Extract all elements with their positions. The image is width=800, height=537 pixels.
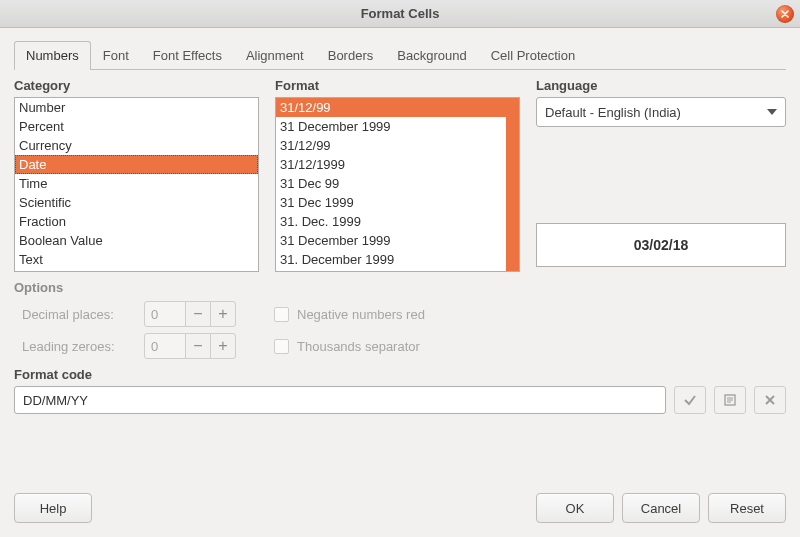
title-bar: Format Cells	[0, 0, 800, 28]
tab-borders[interactable]: Borders	[316, 41, 386, 70]
leading-zeroes-input	[144, 333, 186, 359]
close-icon[interactable]	[776, 5, 794, 23]
tab-cell-protection[interactable]: Cell Protection	[479, 41, 588, 70]
preview-box: 03/02/18	[536, 223, 786, 267]
list-item[interactable]: 31 Dec 99	[276, 174, 506, 193]
list-item[interactable]: Fraction	[15, 212, 258, 231]
plus-icon: +	[210, 301, 236, 327]
options-heading: Options	[14, 280, 786, 295]
leading-zeroes-label: Leading zeroes:	[14, 339, 134, 354]
tab-strip: Numbers Font Font Effects Alignment Bord…	[14, 40, 786, 70]
list-item[interactable]: 31/12/1999	[276, 155, 506, 174]
checkbox-icon	[274, 307, 289, 322]
list-item[interactable]: Fri 31 Dec 99	[276, 269, 506, 272]
minus-icon: −	[185, 301, 211, 327]
list-item[interactable]: 31/12/99	[276, 136, 506, 155]
leading-zeroes-stepper: − +	[144, 333, 236, 359]
chevron-down-icon	[767, 109, 777, 115]
minus-icon: −	[185, 333, 211, 359]
help-button[interactable]: Help	[14, 493, 92, 523]
list-item[interactable]: 31 Dec 1999	[276, 193, 506, 212]
language-value: Default - English (India)	[545, 105, 681, 120]
list-item[interactable]: 31 December 1999	[276, 117, 506, 136]
list-item[interactable]: 31. Dec. 1999	[276, 212, 506, 231]
list-item[interactable]: Date	[15, 155, 258, 174]
list-item[interactable]: Currency	[15, 136, 258, 155]
tab-font[interactable]: Font	[91, 41, 141, 70]
note-icon	[714, 386, 746, 414]
list-item[interactable]: 31 December 1999	[276, 231, 506, 250]
list-item[interactable]: Boolean Value	[15, 231, 258, 250]
negative-red-checkbox: Negative numbers red	[274, 307, 425, 322]
ok-button[interactable]: OK	[536, 493, 614, 523]
negative-red-label: Negative numbers red	[297, 307, 425, 322]
category-heading: Category	[14, 78, 259, 93]
decimal-places-input	[144, 301, 186, 327]
dialog-footer: Help OK Cancel Reset	[0, 481, 800, 537]
cancel-button[interactable]: Cancel	[622, 493, 700, 523]
list-item[interactable]: 31. December 1999	[276, 250, 506, 269]
window-title: Format Cells	[361, 6, 440, 21]
tab-alignment[interactable]: Alignment	[234, 41, 316, 70]
format-list[interactable]: 31/12/99 31 December 1999 31/12/99 31/12…	[275, 97, 520, 272]
preview-value: 03/02/18	[634, 237, 689, 253]
list-item[interactable]: Number	[15, 98, 258, 117]
thousands-sep-checkbox: Thousands separator	[274, 339, 420, 354]
format-code-heading: Format code	[14, 367, 786, 382]
scrollbar[interactable]	[506, 98, 519, 271]
list-item[interactable]: Percent	[15, 117, 258, 136]
list-item[interactable]: Scientific	[15, 193, 258, 212]
tab-background[interactable]: Background	[385, 41, 478, 70]
delete-icon	[754, 386, 786, 414]
decimal-places-label: Decimal places:	[14, 307, 134, 322]
apply-icon	[674, 386, 706, 414]
format-code-input[interactable]	[14, 386, 666, 414]
decimal-places-stepper: − +	[144, 301, 236, 327]
category-list[interactable]: Number Percent Currency Date Time Scient…	[14, 97, 259, 272]
language-heading: Language	[536, 78, 786, 93]
language-select[interactable]: Default - English (India)	[536, 97, 786, 127]
list-item[interactable]: Time	[15, 174, 258, 193]
reset-button[interactable]: Reset	[708, 493, 786, 523]
list-item[interactable]: Text	[15, 250, 258, 269]
tab-font-effects[interactable]: Font Effects	[141, 41, 234, 70]
checkbox-icon	[274, 339, 289, 354]
list-item[interactable]: 31/12/99	[276, 98, 506, 117]
thousands-sep-label: Thousands separator	[297, 339, 420, 354]
tab-numbers[interactable]: Numbers	[14, 41, 91, 70]
plus-icon: +	[210, 333, 236, 359]
format-heading: Format	[275, 78, 520, 93]
